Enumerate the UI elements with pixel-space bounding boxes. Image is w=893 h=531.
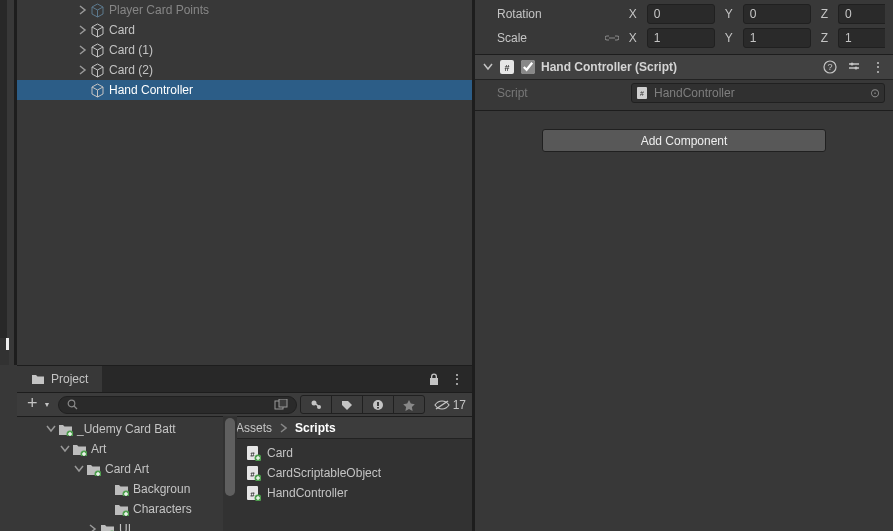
svg-rect-3 [279, 399, 287, 407]
help-icon[interactable]: ? [823, 60, 837, 74]
rotation-y-input[interactable] [743, 4, 811, 24]
hierarchy-item-player-card-points[interactable]: Player Card Points [17, 0, 472, 20]
foldout-down-icon[interactable] [45, 423, 57, 435]
svg-point-50 [851, 63, 854, 66]
hierarchy-panel: Player Card PointsCardCard (1)Card (2)Ha… [0, 0, 472, 365]
project-search-input[interactable] [84, 399, 267, 411]
folder-icon [113, 501, 129, 517]
foldout-right-icon[interactable] [77, 64, 89, 76]
rotation-label: Rotation [497, 7, 599, 21]
asset-item-card[interactable]: #Card [226, 443, 472, 463]
lock-icon[interactable] [428, 373, 440, 386]
script-property-row: Script # HandController ⊙ [475, 80, 893, 106]
folder-label: Backgroun [133, 482, 190, 496]
svg-rect-8 [377, 402, 379, 406]
scale-z-input[interactable] [838, 28, 885, 48]
asset-label: CardScriptableObject [267, 466, 381, 480]
folder-icon [99, 521, 115, 531]
axis-x-label: X [625, 31, 641, 45]
search-icon [67, 399, 78, 410]
component-header[interactable]: # Hand Controller (Script) ? ⋮ [475, 54, 893, 80]
component-title: Hand Controller (Script) [541, 60, 677, 74]
axis-y-label: Y [721, 7, 737, 21]
svg-text:#: # [640, 90, 644, 97]
project-panel: Project ⋮ + ▼ [17, 365, 472, 531]
breadcrumb-current[interactable]: Scripts [295, 421, 336, 435]
csharp-file-icon: # [246, 485, 261, 501]
object-picker-icon[interactable]: ⊙ [870, 86, 880, 100]
create-asset-button[interactable]: + [23, 393, 40, 417]
hierarchy-edge [0, 0, 7, 338]
breadcrumb: Assets Scripts [226, 417, 472, 439]
asset-item-handcontroller[interactable]: #HandController [226, 483, 472, 503]
foldout-right-icon[interactable] [77, 44, 89, 56]
asset-item-cardscriptableobject[interactable]: #CardScriptableObject [226, 463, 472, 483]
scale-x-input[interactable] [647, 28, 715, 48]
scale-y-input[interactable] [743, 28, 811, 48]
axis-z-label: Z [817, 7, 832, 21]
breadcrumb-root[interactable]: Assets [236, 421, 272, 435]
hierarchy-item-label: Card [109, 23, 135, 37]
rotation-x-input[interactable] [647, 4, 715, 24]
filter-by-label-button[interactable] [331, 395, 363, 414]
foldout-down-icon[interactable] [73, 463, 85, 475]
svg-point-0 [69, 400, 76, 407]
folder-icon [31, 373, 45, 385]
foldout-down-icon[interactable] [59, 443, 71, 455]
folder-item-ui[interactable]: UI [17, 519, 225, 531]
folder-icon [85, 461, 101, 477]
constrain-scale-icon[interactable] [605, 33, 619, 43]
foldout-right-icon[interactable] [87, 523, 99, 531]
axis-z-label: Z [817, 31, 832, 45]
filter-log-button[interactable] [362, 395, 394, 414]
csharp-script-icon: # [499, 59, 515, 75]
asset-label: HandController [267, 486, 348, 500]
tab-dropdown-icon[interactable] [6, 338, 9, 350]
folder-label: Art [91, 442, 106, 456]
project-tab[interactable]: Project [17, 366, 102, 392]
folder-label: UI [119, 522, 131, 531]
scale-label: Scale [497, 31, 599, 45]
hierarchy-item-label: Card (2) [109, 63, 153, 77]
create-asset-dropdown-icon[interactable]: ▼ [44, 401, 55, 408]
save-search-button[interactable] [393, 395, 425, 414]
csharp-file-icon: # [246, 465, 261, 481]
component-menu-icon[interactable]: ⋮ [871, 59, 885, 75]
hidden-items-indicator[interactable]: 17 [429, 398, 466, 412]
hierarchy-item-card[interactable]: Card [17, 20, 472, 40]
svg-line-1 [74, 406, 77, 409]
gameobject-icon [89, 22, 105, 38]
folder-item-card-art[interactable]: Card Art [17, 459, 225, 479]
folder-item-characters[interactable]: Characters [17, 499, 225, 519]
foldout-down-icon[interactable] [483, 63, 493, 71]
script-object-field[interactable]: # HandController ⊙ [631, 83, 885, 103]
presets-icon[interactable] [847, 60, 861, 74]
add-component-button[interactable]: Add Component [542, 129, 826, 152]
project-tab-bar: Project ⋮ [17, 366, 472, 392]
hierarchy-item-card-2-[interactable]: Card (2) [17, 60, 472, 80]
project-tree-scrollbar[interactable] [223, 416, 237, 531]
folder-icon [113, 481, 129, 497]
foldout-right-icon[interactable] [77, 4, 89, 16]
chevron-right-icon [280, 423, 287, 433]
hierarchy-item-label: Card (1) [109, 43, 153, 57]
foldout-right-icon[interactable] [77, 24, 89, 36]
folder-item-art[interactable]: Art [17, 439, 225, 459]
axis-x-label: X [625, 7, 641, 21]
hidden-items-count: 17 [453, 398, 466, 412]
gameobject-icon [89, 2, 105, 18]
search-context-icon[interactable] [274, 399, 288, 411]
project-search[interactable] [58, 396, 296, 414]
asset-label: Card [267, 446, 293, 460]
filter-by-type-button[interactable] [300, 395, 332, 414]
gameobject-icon [89, 82, 105, 98]
folder-item-backgroun[interactable]: Backgroun [17, 479, 225, 499]
kebab-menu-icon[interactable]: ⋮ [450, 375, 464, 383]
inspector-panel: Rotation X Y Z Scale X Y Z # [472, 0, 893, 531]
folder-item-udemy-card-batt[interactable]: _Udemy Card Batt [17, 419, 225, 439]
rotation-z-input[interactable] [838, 4, 885, 24]
rotation-row: Rotation X Y Z [475, 2, 893, 26]
component-enabled-checkbox[interactable] [521, 60, 535, 74]
hierarchy-item-hand-controller[interactable]: Hand Controller [17, 80, 472, 100]
hierarchy-item-card-1-[interactable]: Card (1) [17, 40, 472, 60]
